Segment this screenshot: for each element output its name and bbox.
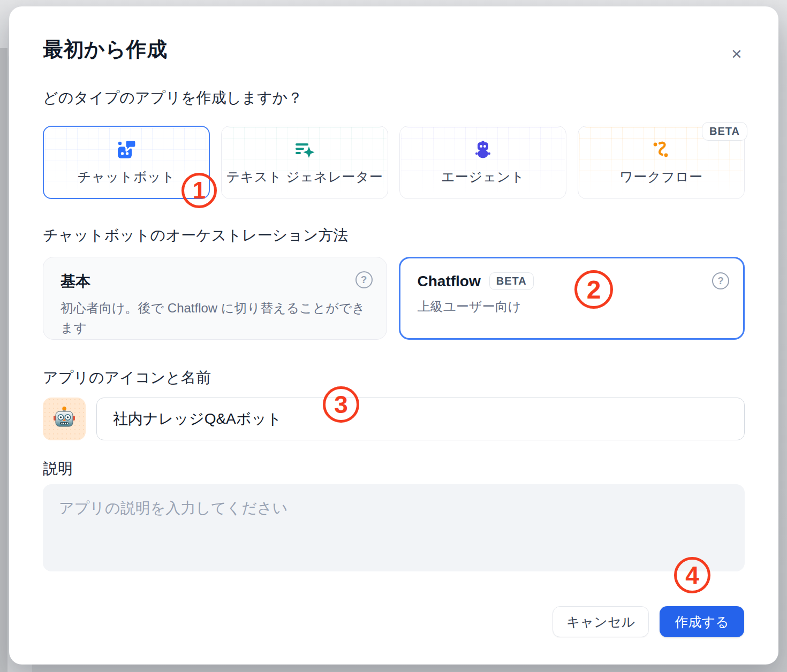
orchestration-options: 基本 ? 初心者向け。後で Chatflow に切り替えることができます Cha… xyxy=(43,257,745,340)
footer-actions: キャンセル 作成する xyxy=(553,606,744,637)
grid-pattern xyxy=(401,127,565,197)
text-generator-icon xyxy=(293,139,316,162)
app-icon-picker[interactable] xyxy=(43,398,86,440)
backdrop-left-edge xyxy=(0,48,7,672)
app-type-workflow-label: ワークフロー xyxy=(619,168,702,186)
grid-pattern xyxy=(223,127,387,197)
app-type-agent-label: エージェント xyxy=(441,168,525,186)
help-icon[interactable]: ? xyxy=(355,271,373,288)
app-name-row xyxy=(43,398,745,440)
app-type-card-workflow[interactable]: BETA ワークフロー xyxy=(578,126,745,199)
close-icon: × xyxy=(731,43,742,64)
app-name-input[interactable] xyxy=(96,398,745,440)
description-textarea[interactable] xyxy=(43,484,745,571)
chatflow-option-description: 上級ユーザー向け xyxy=(418,296,727,316)
create-app-modal: 最初から作成 × どのタイプのアプリを作成しますか？ チャットボット xyxy=(9,6,778,665)
create-button[interactable]: 作成する xyxy=(660,606,744,637)
orchestration-card-basic[interactable]: 基本 ? 初心者向け。後で Chatflow に切り替えることができます xyxy=(43,257,387,340)
orchestration-label: チャットボットのオーケストレーション方法 xyxy=(43,225,349,246)
help-icon[interactable]: ? xyxy=(712,272,729,289)
workflow-icon xyxy=(650,139,672,162)
basic-option-description: 初心者向け。後で Chatflow に切り替えることができます xyxy=(60,298,369,338)
app-type-card-chatbot[interactable]: チャットボット xyxy=(43,126,210,199)
app-type-options: チャットボット テキスト ジェネレーター xyxy=(43,126,745,199)
orchestration-card-chatflow[interactable]: Chatflow BETA ? 上級ユーザー向け xyxy=(399,257,745,340)
app-type-card-agent[interactable]: エージェント xyxy=(399,126,566,199)
app-type-text-generator-label: テキスト ジェネレーター xyxy=(226,168,383,186)
close-button[interactable]: × xyxy=(725,42,748,65)
basic-option-title: 基本 xyxy=(60,271,90,292)
modal-title: 最初から作成 xyxy=(43,36,168,63)
cancel-button[interactable]: キャンセル xyxy=(553,606,649,637)
grid-pattern xyxy=(45,128,208,197)
app-type-card-text-generator[interactable]: テキスト ジェネレーター xyxy=(221,126,388,199)
beta-badge: BETA xyxy=(702,122,747,141)
robot-emoji-icon xyxy=(51,404,78,433)
agent-icon xyxy=(472,139,494,162)
chatbot-icon xyxy=(115,139,138,162)
description-label: 説明 xyxy=(43,459,73,479)
chatflow-option-title: Chatflow xyxy=(418,273,481,290)
beta-badge: BETA xyxy=(489,272,534,290)
app-type-label: どのタイプのアプリを作成しますか？ xyxy=(43,88,302,108)
app-type-chatbot-label: チャットボット xyxy=(78,168,176,186)
app-name-label: アプリのアイコンと名前 xyxy=(43,368,211,388)
